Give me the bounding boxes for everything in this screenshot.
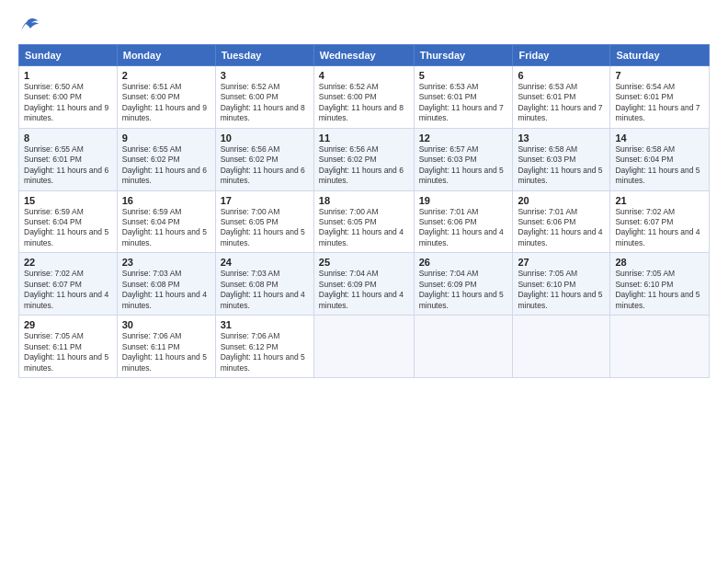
- calendar-cell: 8 Sunrise: 6:55 AM Sunset: 6:01 PM Dayli…: [19, 128, 118, 190]
- calendar-cell: 21 Sunrise: 7:02 AM Sunset: 6:07 PM Dayl…: [610, 190, 710, 253]
- day-info: Sunrise: 7:04 AM Sunset: 6:09 PM Dayligh…: [419, 269, 508, 311]
- calendar-cell: 18 Sunrise: 7:00 AM Sunset: 6:05 PM Dayl…: [313, 190, 414, 253]
- day-info: Sunrise: 7:05 AM Sunset: 6:11 PM Dayligh…: [24, 331, 112, 373]
- day-number: 9: [122, 132, 210, 144]
- calendar-cell: 29 Sunrise: 7:05 AM Sunset: 6:11 PM Dayl…: [19, 316, 118, 378]
- day-number: 13: [518, 132, 605, 144]
- day-info: Sunrise: 7:05 AM Sunset: 6:10 PM Dayligh…: [518, 269, 605, 311]
- day-number: 26: [419, 257, 508, 268]
- day-info: Sunrise: 7:02 AM Sunset: 6:07 PM Dayligh…: [24, 269, 112, 311]
- day-info: Sunrise: 6:58 AM Sunset: 6:03 PM Dayligh…: [518, 144, 605, 187]
- day-info: Sunrise: 6:55 AM Sunset: 6:02 PM Dayligh…: [122, 144, 210, 187]
- calendar-cell: 15 Sunrise: 6:59 AM Sunset: 6:04 PM Dayl…: [19, 190, 118, 253]
- calendar-cell: 4 Sunrise: 6:52 AM Sunset: 6:00 PM Dayli…: [313, 65, 414, 128]
- weekday-header-wednesday: Wednesday: [313, 44, 414, 65]
- weekday-header-saturday: Saturday: [610, 44, 710, 65]
- day-number: 24: [221, 257, 309, 268]
- calendar-cell: 10 Sunrise: 6:56 AM Sunset: 6:02 PM Dayl…: [215, 128, 313, 190]
- day-number: 18: [319, 195, 409, 206]
- day-number: 23: [122, 257, 210, 268]
- weekday-header-thursday: Thursday: [414, 44, 513, 65]
- day-info: Sunrise: 7:01 AM Sunset: 6:06 PM Dayligh…: [419, 207, 508, 249]
- day-number: 22: [24, 257, 112, 268]
- calendar-cell: [313, 316, 414, 378]
- day-number: 8: [24, 132, 112, 144]
- day-number: 4: [319, 70, 409, 81]
- calendar-cell: 22 Sunrise: 7:02 AM Sunset: 6:07 PM Dayl…: [19, 253, 118, 316]
- header: [18, 17, 710, 35]
- day-info: Sunrise: 6:51 AM Sunset: 6:00 PM Dayligh…: [122, 82, 210, 124]
- day-number: 29: [24, 319, 112, 330]
- calendar-cell: 24 Sunrise: 7:03 AM Sunset: 6:08 PM Dayl…: [215, 253, 313, 316]
- day-number: 1: [24, 70, 112, 81]
- calendar-cell: 16 Sunrise: 6:59 AM Sunset: 6:04 PM Dayl…: [117, 190, 215, 253]
- day-info: Sunrise: 6:54 AM Sunset: 6:01 PM Dayligh…: [615, 82, 704, 124]
- day-info: Sunrise: 6:56 AM Sunset: 6:02 PM Dayligh…: [221, 144, 309, 187]
- day-number: 16: [122, 195, 210, 206]
- calendar-cell: 11 Sunrise: 6:56 AM Sunset: 6:02 PM Dayl…: [313, 128, 414, 190]
- day-number: 2: [122, 70, 210, 81]
- day-info: Sunrise: 7:03 AM Sunset: 6:08 PM Dayligh…: [122, 269, 210, 311]
- weekday-header-tuesday: Tuesday: [215, 44, 313, 65]
- calendar-cell: 2 Sunrise: 6:51 AM Sunset: 6:00 PM Dayli…: [117, 65, 215, 128]
- logo: [18, 17, 40, 35]
- calendar-cell: 23 Sunrise: 7:03 AM Sunset: 6:08 PM Dayl…: [117, 253, 215, 316]
- calendar-cell: 20 Sunrise: 7:01 AM Sunset: 6:06 PM Dayl…: [513, 190, 610, 253]
- calendar-cell: 25 Sunrise: 7:04 AM Sunset: 6:09 PM Dayl…: [313, 253, 414, 316]
- calendar-cell: 26 Sunrise: 7:04 AM Sunset: 6:09 PM Dayl…: [414, 253, 513, 316]
- day-number: 15: [24, 195, 112, 206]
- day-info: Sunrise: 7:00 AM Sunset: 6:05 PM Dayligh…: [319, 207, 409, 249]
- day-number: 7: [615, 70, 704, 81]
- weekday-header-monday: Monday: [117, 44, 215, 65]
- day-info: Sunrise: 7:04 AM Sunset: 6:09 PM Dayligh…: [319, 269, 409, 311]
- calendar-cell: [414, 316, 513, 378]
- calendar-cell: 13 Sunrise: 6:58 AM Sunset: 6:03 PM Dayl…: [513, 128, 610, 190]
- calendar-cell: 12 Sunrise: 6:57 AM Sunset: 6:03 PM Dayl…: [414, 128, 513, 190]
- day-number: 25: [319, 257, 409, 268]
- day-number: 28: [615, 257, 704, 268]
- day-info: Sunrise: 6:53 AM Sunset: 6:01 PM Dayligh…: [419, 82, 508, 124]
- calendar-table: SundayMondayTuesdayWednesdayThursdayFrid…: [18, 44, 710, 378]
- day-info: Sunrise: 6:53 AM Sunset: 6:01 PM Dayligh…: [518, 82, 605, 124]
- logo-bird-icon: [19, 17, 40, 34]
- calendar-cell: 19 Sunrise: 7:01 AM Sunset: 6:06 PM Dayl…: [414, 190, 513, 253]
- day-number: 19: [419, 195, 508, 206]
- day-number: 14: [615, 132, 704, 144]
- day-info: Sunrise: 6:56 AM Sunset: 6:02 PM Dayligh…: [319, 144, 409, 187]
- day-info: Sunrise: 6:58 AM Sunset: 6:04 PM Dayligh…: [615, 144, 704, 187]
- calendar-cell: 14 Sunrise: 6:58 AM Sunset: 6:04 PM Dayl…: [610, 128, 710, 190]
- day-number: 31: [221, 319, 309, 330]
- day-info: Sunrise: 6:55 AM Sunset: 6:01 PM Dayligh…: [24, 144, 112, 187]
- calendar-cell: 6 Sunrise: 6:53 AM Sunset: 6:01 PM Dayli…: [513, 65, 610, 128]
- day-number: 10: [221, 132, 309, 144]
- day-info: Sunrise: 6:57 AM Sunset: 6:03 PM Dayligh…: [419, 144, 508, 187]
- day-info: Sunrise: 7:00 AM Sunset: 6:05 PM Dayligh…: [221, 207, 309, 249]
- day-info: Sunrise: 7:01 AM Sunset: 6:06 PM Dayligh…: [518, 207, 605, 249]
- calendar-cell: 27 Sunrise: 7:05 AM Sunset: 6:10 PM Dayl…: [513, 253, 610, 316]
- day-info: Sunrise: 7:03 AM Sunset: 6:08 PM Dayligh…: [221, 269, 309, 311]
- day-number: 21: [615, 195, 704, 206]
- day-info: Sunrise: 7:02 AM Sunset: 6:07 PM Dayligh…: [615, 207, 704, 249]
- day-info: Sunrise: 6:52 AM Sunset: 6:00 PM Dayligh…: [221, 82, 309, 124]
- day-number: 12: [419, 132, 508, 144]
- calendar-cell: 3 Sunrise: 6:52 AM Sunset: 6:00 PM Dayli…: [215, 65, 313, 128]
- day-info: Sunrise: 6:52 AM Sunset: 6:00 PM Dayligh…: [319, 82, 409, 124]
- day-number: 3: [221, 70, 309, 81]
- calendar-cell: [513, 316, 610, 378]
- calendar-cell: 1 Sunrise: 6:50 AM Sunset: 6:00 PM Dayli…: [19, 65, 118, 128]
- calendar-cell: 28 Sunrise: 7:05 AM Sunset: 6:10 PM Dayl…: [610, 253, 710, 316]
- day-number: 30: [122, 319, 210, 330]
- day-info: Sunrise: 6:59 AM Sunset: 6:04 PM Dayligh…: [122, 207, 210, 249]
- day-info: Sunrise: 7:06 AM Sunset: 6:12 PM Dayligh…: [221, 331, 309, 373]
- day-number: 17: [221, 195, 309, 206]
- day-number: 5: [419, 70, 508, 81]
- calendar-cell: 5 Sunrise: 6:53 AM Sunset: 6:01 PM Dayli…: [414, 65, 513, 128]
- page: SundayMondayTuesdayWednesdayThursdayFrid…: [0, 0, 728, 563]
- day-info: Sunrise: 7:05 AM Sunset: 6:10 PM Dayligh…: [615, 269, 704, 311]
- calendar-cell: 17 Sunrise: 7:00 AM Sunset: 6:05 PM Dayl…: [215, 190, 313, 253]
- day-number: 11: [319, 132, 409, 144]
- day-info: Sunrise: 7:06 AM Sunset: 6:11 PM Dayligh…: [122, 331, 210, 373]
- weekday-header-friday: Friday: [513, 44, 610, 65]
- weekday-header-sunday: Sunday: [19, 44, 118, 65]
- calendar-cell: 7 Sunrise: 6:54 AM Sunset: 6:01 PM Dayli…: [610, 65, 710, 128]
